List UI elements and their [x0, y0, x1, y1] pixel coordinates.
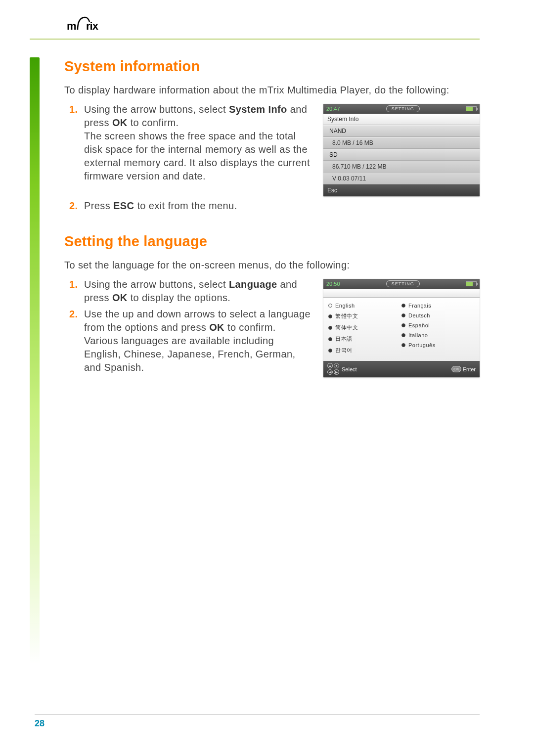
- lang-option: Deutsch: [401, 311, 475, 320]
- lang-option: Português: [401, 340, 475, 350]
- device1-version: V 0.03 07/11: [323, 173, 480, 184]
- device2-blankrow: [323, 289, 480, 298]
- device2-lang-col2: Français Deutsch Español Italiano Portug…: [401, 301, 475, 358]
- device2-footer-enter: Enter: [463, 366, 476, 372]
- device-screenshot-sysinfo: 20:47 SETTING System Info NAND 8.0 MB / …: [323, 104, 480, 196]
- lang-option: English: [328, 301, 401, 311]
- lang-option: 简体中文: [328, 322, 401, 333]
- device-screenshot-language: 20:50 SETTING English 繁體中文 简体中文 日本語: [323, 279, 480, 377]
- lang-option: Français: [401, 301, 475, 311]
- lang-option: Español: [401, 320, 475, 330]
- section-title-language: Setting the language: [64, 233, 480, 250]
- radio-icon: [328, 349, 332, 353]
- device1-subtitle: System Info: [323, 114, 480, 125]
- device1-row-label: SD: [323, 149, 480, 161]
- device1-row-value: 86.710 MB / 122 MB: [323, 161, 480, 173]
- lang-option: Italiano: [401, 330, 475, 340]
- header-divider: [30, 39, 480, 40]
- radio-icon: [328, 304, 332, 308]
- sysinfo-step-2: 2. Press ESC to exit from the menu.: [84, 199, 480, 213]
- device1-statusbar: 20:47 SETTING: [323, 104, 480, 114]
- device2-footer: ▲▼◀▶ Select OK Enter: [323, 361, 480, 377]
- device1-row-value: 8.0 MB / 16 MB: [323, 137, 480, 149]
- footer-divider: [35, 714, 480, 714]
- device2-mode: SETTING: [386, 280, 420, 287]
- battery-icon: [466, 281, 477, 286]
- dpad-icon: ▲▼◀▶: [327, 363, 340, 375]
- side-gradient-bar: [30, 57, 40, 695]
- page-number: 28: [35, 718, 480, 729]
- svg-text:rix: rix: [86, 20, 99, 32]
- lang-option: 한국어: [328, 345, 401, 356]
- lang-intro: To set the language for the on-screen me…: [64, 259, 480, 272]
- device1-row-label: NAND: [323, 125, 480, 137]
- radio-icon: [401, 313, 405, 317]
- radio-icon: [401, 333, 405, 337]
- device2-statusbar: 20:50 SETTING: [323, 279, 480, 289]
- device2-footer-select: Select: [342, 366, 357, 372]
- radio-icon: [401, 343, 405, 347]
- lang-option: 繁體中文: [328, 311, 401, 322]
- svg-text:m: m: [67, 20, 76, 32]
- brand-logo: m rix: [67, 15, 480, 34]
- radio-icon: [328, 314, 332, 318]
- lang-option: 日本語: [328, 333, 401, 345]
- lang-step-1: 1. Using the arrow buttons, select Langu…: [84, 278, 312, 305]
- lang-step-2: 2. Use the up and down arrows to select …: [84, 308, 312, 374]
- device2-body: English 繁體中文 简体中文 日本語 한국어 Français Deuts…: [323, 298, 480, 361]
- battery-icon: [466, 106, 477, 111]
- radio-icon: [328, 326, 332, 330]
- device1-footer: Esc: [323, 184, 480, 196]
- device2-lang-col1: English 繁體中文 简体中文 日本語 한국어: [328, 301, 401, 358]
- sysinfo-step-1: 1. Using the arrow buttons, select Syste…: [84, 103, 312, 183]
- sysinfo-intro: To display hardware information about th…: [64, 84, 480, 97]
- section-title-sysinfo: System information: [64, 58, 480, 75]
- ok-icon: OK: [451, 366, 461, 372]
- radio-icon: [401, 323, 405, 327]
- device1-time: 20:47: [326, 106, 340, 112]
- device1-mode: SETTING: [386, 105, 420, 112]
- radio-icon: [328, 337, 332, 341]
- radio-icon: [401, 304, 405, 308]
- device2-time: 20:50: [326, 281, 340, 287]
